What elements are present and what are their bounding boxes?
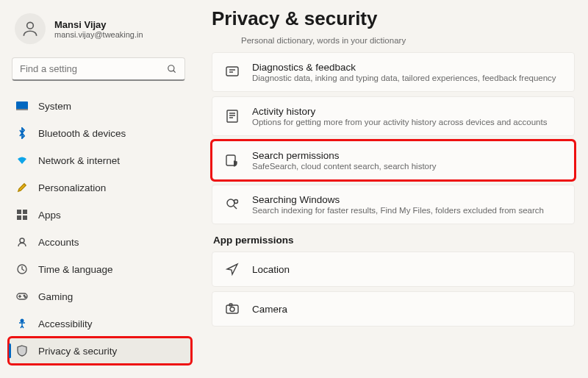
search-icon (167, 64, 177, 74)
sidebar-item-bluetooth[interactable]: Bluetooth & devices (9, 120, 191, 146)
card-sub: Options for getting more from your activ… (252, 118, 547, 126)
nav-label: Personalization (38, 182, 106, 193)
clock-icon (16, 263, 28, 275)
accessibility-icon (16, 318, 28, 329)
card-location[interactable]: Location (212, 252, 575, 287)
sidebar-item-network[interactable]: Network & internet (9, 147, 191, 174)
card-sub: SafeSearch, cloud content search, search… (252, 162, 437, 171)
sidebar: Mansi Vijay mansi.vijay@tweaking.in Syst… (0, 0, 191, 378)
card-body: Searching Windows Search indexing for fa… (252, 194, 544, 215)
sidebar-item-system[interactable]: System (9, 93, 191, 119)
apps-icon (16, 209, 28, 221)
svg-point-14 (21, 319, 24, 322)
svg-rect-6 (23, 210, 27, 214)
svg-rect-7 (17, 215, 21, 220)
svg-rect-16 (227, 110, 237, 122)
card-body: Camera (252, 304, 287, 315)
nav-label: Network & internet (38, 155, 120, 166)
system-icon (16, 100, 28, 112)
card-body: Location (252, 264, 290, 275)
sidebar-item-apps[interactable]: Apps (9, 202, 191, 228)
svg-line-2 (173, 70, 176, 72)
section-heading: App permissions (213, 235, 575, 246)
card-title: Activity history (252, 106, 547, 117)
history-icon (224, 108, 240, 124)
card-title: Camera (252, 304, 287, 315)
person-icon (21, 19, 40, 38)
svg-point-21 (230, 307, 234, 312)
card-body: Activity history Options for getting mor… (252, 106, 547, 126)
svg-rect-8 (23, 215, 27, 220)
sidebar-item-accounts[interactable]: Accounts (9, 229, 191, 255)
card-title: Searching Windows (252, 194, 544, 205)
sidebar-item-accessibility[interactable]: Accessibility (9, 310, 191, 337)
sidebar-item-gaming[interactable]: Gaming (9, 283, 191, 310)
wifi-icon (16, 154, 28, 166)
sidebar-item-time[interactable]: Time & language (9, 256, 191, 282)
card-searching-windows[interactable]: Searching Windows Search indexing for fa… (212, 185, 575, 224)
card-diagnostics[interactable]: Diagnostics & feedback Diagnostic data, … (212, 52, 575, 92)
avatar (15, 13, 46, 44)
nav-label: Bluetooth & devices (38, 128, 126, 139)
user-meta: Mansi Vijay mansi.vijay@tweaking.in (54, 19, 143, 39)
svg-point-0 (27, 22, 34, 29)
user-block[interactable]: Mansi Vijay mansi.vijay@tweaking.in (9, 9, 191, 54)
svg-point-12 (24, 295, 25, 296)
card-camera[interactable]: Camera (212, 291, 575, 327)
nav-label: Accounts (38, 237, 79, 248)
location-icon (224, 261, 240, 277)
accounts-icon (16, 236, 28, 248)
nav: System Bluetooth & devices Network & int… (9, 93, 191, 364)
camera-icon (224, 301, 240, 317)
brush-icon (16, 182, 28, 193)
card-search-permissions[interactable]: Search permissions SafeSearch, cloud con… (212, 140, 575, 180)
nav-label: Accessibility (38, 318, 93, 329)
card-body: Diagnostics & feedback Diagnostic data, … (252, 62, 556, 82)
search-shield-icon (224, 152, 240, 168)
svg-point-13 (25, 296, 26, 298)
card-partial-text: Personal dictionary, words in your dicti… (241, 33, 575, 52)
svg-rect-5 (17, 210, 21, 214)
search-box[interactable] (12, 57, 185, 81)
card-sub: Search indexing for faster results, Find… (252, 206, 544, 215)
svg-point-9 (20, 238, 24, 243)
page-title: Privacy & security (212, 7, 575, 30)
feedback-icon (224, 64, 240, 80)
user-email: mansi.vijay@tweaking.in (54, 30, 143, 39)
nav-label: Time & language (38, 264, 113, 275)
nav-label: Privacy & security (38, 346, 117, 357)
svg-rect-20 (226, 305, 238, 313)
search-input[interactable] (20, 63, 167, 74)
svg-rect-3 (16, 101, 28, 110)
card-sub: Diagnostic data, inking and typing data,… (252, 74, 556, 82)
svg-rect-4 (16, 109, 28, 110)
card-body: Search permissions SafeSearch, cloud con… (252, 150, 437, 171)
nav-label: Gaming (38, 291, 73, 302)
card-title: Search permissions (252, 150, 437, 161)
card-title: Location (252, 264, 290, 275)
card-title: Diagnostics & feedback (252, 62, 556, 73)
shield-icon (16, 345, 28, 357)
svg-rect-15 (226, 67, 238, 76)
main-panel: Privacy & security Personal dictionary, … (191, 0, 588, 378)
svg-point-1 (168, 65, 174, 71)
nav-label: Apps (38, 210, 61, 221)
svg-point-18 (227, 199, 234, 207)
user-name: Mansi Vijay (54, 19, 143, 30)
nav-label: System (38, 101, 71, 112)
card-activity[interactable]: Activity history Options for getting mor… (212, 96, 575, 136)
bluetooth-icon (16, 127, 28, 139)
sidebar-item-privacy[interactable]: Privacy & security (9, 338, 191, 364)
search-settings-icon (224, 196, 240, 213)
gaming-icon (16, 290, 28, 302)
sidebar-item-personalization[interactable]: Personalization (9, 174, 191, 201)
